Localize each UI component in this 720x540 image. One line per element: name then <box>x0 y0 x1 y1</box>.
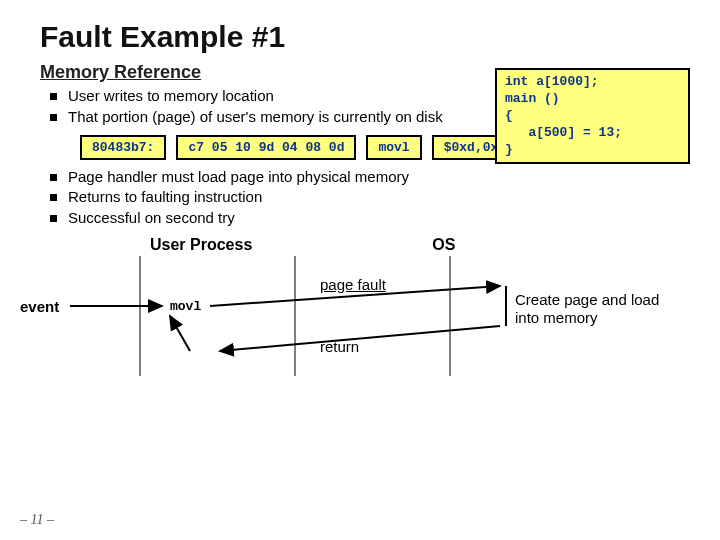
os-heading: OS <box>432 236 455 254</box>
os-action-note: Create page and load into memory <box>515 291 685 327</box>
event-label: event <box>20 298 59 315</box>
disasm-mnemonic: movl <box>366 135 421 160</box>
bullet-list-2: Page handler must load page into physica… <box>40 168 680 228</box>
bullet-item: Returns to faulting instruction <box>68 188 448 207</box>
disasm-bytes: c7 05 10 9d 04 08 0d <box>176 135 356 160</box>
slide-title: Fault Example #1 <box>40 20 680 54</box>
bullet-item: Page handler must load page into physica… <box>68 168 448 187</box>
slide-number: – 11 – <box>20 512 54 528</box>
movl-label: movl <box>170 299 201 314</box>
page-fault-label: page fault <box>320 276 386 293</box>
svg-line-8 <box>170 316 190 351</box>
bullet-item: That portion (page) of user's memory is … <box>68 108 448 127</box>
fault-diagram: event movl page fault return Create page… <box>40 256 680 406</box>
bullet-item: User writes to memory location <box>68 87 448 106</box>
bullet-item: Successful on second try <box>68 209 448 228</box>
disasm-address: 80483b7: <box>80 135 166 160</box>
return-label: return <box>320 338 359 355</box>
code-snippet: int a[1000]; main () { a[500] = 13; } <box>495 68 690 164</box>
user-process-heading: User Process <box>150 236 252 254</box>
svg-line-6 <box>220 326 500 351</box>
